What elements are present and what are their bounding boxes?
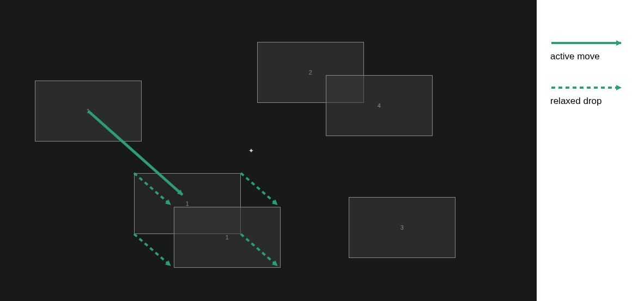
box-3-label: 3 (400, 224, 404, 231)
cursor-icon: ✦ (248, 148, 254, 154)
box-1[interactable]: 1 (35, 81, 142, 142)
legend: active move relaxed drop (550, 39, 637, 128)
box-2-label: 2 (309, 69, 313, 76)
legend-relaxed-arrow-icon (550, 84, 627, 91)
box-4[interactable]: 4 (326, 75, 433, 136)
box-1-label: 1 (87, 108, 90, 114)
arrow-relaxed-tr (241, 173, 277, 205)
box-1-final-label: 1 (226, 234, 229, 241)
box-1-final[interactable]: 1 (174, 207, 281, 268)
diagram-stage: 2 4 1 1 1 3 ✦ (0, 0, 537, 301)
legend-relaxed: relaxed drop (550, 84, 637, 107)
box-3[interactable]: 3 (349, 197, 455, 258)
arrow-relaxed-bl (134, 234, 171, 266)
box-4-label: 4 (378, 102, 381, 109)
legend-relaxed-label: relaxed drop (550, 96, 637, 107)
legend-active-arrow-icon (550, 39, 627, 47)
box-1-ghost-label: 1 (186, 200, 190, 207)
legend-active: active move (550, 39, 637, 62)
legend-active-label: active move (550, 51, 637, 62)
